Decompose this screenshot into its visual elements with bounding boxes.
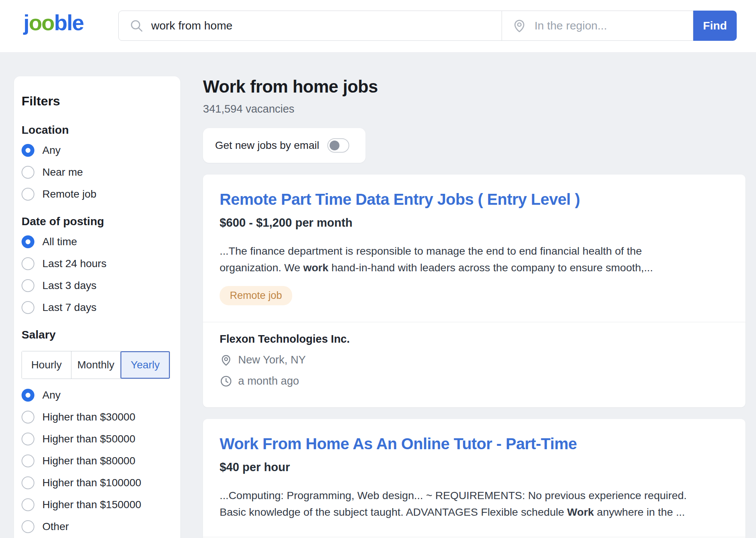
job-title-link[interactable]: Remote Part Time Data Entry Jobs ( Entry…: [220, 190, 729, 209]
radio-circle[interactable]: [22, 455, 34, 467]
radio-label: Last 3 days: [42, 280, 96, 292]
radio-circle[interactable]: [22, 257, 34, 270]
job-list: Remote Part Time Data Entry Jobs ( Entry…: [203, 175, 745, 538]
radio-option-date-last-3-days[interactable]: Last 3 days: [22, 279, 171, 292]
radio-label: Higher than $100000: [42, 477, 141, 489]
filters-title: Filters: [22, 94, 171, 108]
radio-circle[interactable]: [22, 188, 34, 201]
description-text: Basic knowledge of the subject taught. A…: [220, 506, 567, 518]
jooble-logo[interactable]: jooble: [23, 10, 84, 35]
search-icon: [129, 19, 144, 33]
radio-circle[interactable]: [22, 144, 34, 157]
top-header: jooble Find: [0, 0, 756, 52]
keyword-input[interactable]: [151, 19, 493, 32]
description-highlight: Work: [567, 506, 594, 518]
page-title: Work from home jobs: [203, 76, 745, 97]
radio-label: Last 7 days: [42, 301, 96, 314]
salary-period-tabs: HourlyMonthlyYearly: [22, 351, 170, 379]
radio-label: Any: [42, 144, 60, 156]
radio-circle[interactable]: [22, 166, 34, 179]
radio-circle[interactable]: [22, 279, 34, 292]
radio-circle[interactable]: [22, 389, 34, 402]
radio-label: Higher than $50000: [42, 433, 135, 445]
radio-circle[interactable]: [22, 235, 34, 248]
radio-option-salary-other[interactable]: Other: [22, 520, 171, 533]
job-description: ...The finance department is responsible…: [220, 243, 729, 276]
company-name: Flexon Technologies Inc.: [220, 333, 729, 345]
radio-circle[interactable]: [22, 520, 34, 533]
job-location-row: New York, NY: [220, 354, 729, 366]
vacancies-count: 341,594 vacancies: [203, 103, 745, 115]
job-salary: $600 - $1,200 per month: [220, 216, 729, 230]
salary-tab-yearly[interactable]: Yearly: [121, 351, 170, 379]
job-location-text: New York, NY: [238, 354, 306, 366]
email-subscribe-label: Get new jobs by email: [215, 139, 319, 152]
radio-option-location-any[interactable]: Any: [22, 144, 171, 157]
radio-option-salary-higher-than-50000[interactable]: Higher than $50000: [22, 433, 171, 445]
radio-circle[interactable]: [22, 498, 34, 511]
location-pin-icon: [512, 18, 527, 33]
radio-circle[interactable]: [22, 411, 34, 424]
job-company-block: Flexon Technologies Inc.New York, NYa mo…: [220, 322, 729, 407]
salary-tab-hourly[interactable]: Hourly: [22, 351, 71, 379]
job-description-line: Basic knowledge of the subject taught. A…: [220, 504, 729, 520]
description-text: hand-in-hand with leaders across the com…: [328, 261, 653, 274]
radio-option-salary-any[interactable]: Any: [22, 389, 171, 402]
job-card[interactable]: Work From Home As An Online Tutor - Part…: [203, 419, 745, 538]
radio-option-salary-higher-than-80000[interactable]: Higher than $80000: [22, 455, 171, 467]
date-radio-group: All timeLast 24 hoursLast 3 daysLast 7 d…: [22, 235, 171, 314]
radio-option-date-last-7-days[interactable]: Last 7 days: [22, 301, 171, 314]
radio-label: Any: [42, 389, 60, 401]
email-subscribe-card: Get new jobs by email: [203, 128, 366, 163]
map-pin-icon: [220, 354, 232, 366]
job-salary: $40 per hour: [220, 461, 729, 474]
description-text: ...The finance department is responsible…: [220, 245, 642, 257]
radio-circle[interactable]: [22, 433, 34, 445]
date-of-posting-heading: Date of posting: [22, 215, 171, 228]
description-highlight: work: [303, 261, 328, 274]
job-posted-text: a month ago: [238, 375, 299, 387]
email-subscribe-toggle[interactable]: [327, 138, 349, 153]
logo-part-oo: oo: [29, 10, 54, 35]
salary-tab-monthly[interactable]: Monthly: [71, 351, 121, 379]
radio-option-date-last-24-hours[interactable]: Last 24 hours: [22, 257, 171, 270]
radio-option-salary-higher-than-100000[interactable]: Higher than $100000: [22, 476, 171, 489]
clock-icon: [220, 375, 232, 388]
salary-radio-group: AnyHigher than $30000Higher than $50000H…: [22, 389, 171, 533]
radio-option-location-remote-job[interactable]: Remote job: [22, 188, 171, 201]
region-input-box: [502, 11, 693, 41]
job-description-line: organization. We work hand-in-hand with …: [220, 259, 729, 276]
radio-label: Near me: [42, 166, 83, 178]
region-input[interactable]: [534, 19, 685, 32]
location-heading: Location: [22, 124, 171, 136]
results-column: Work from home jobs 341,594 vacancies Ge…: [203, 76, 745, 538]
radio-label: All time: [42, 236, 77, 248]
search-bar: Find: [118, 11, 737, 41]
tag-remote-job: Remote job: [220, 286, 292, 305]
radio-label: Remote job: [42, 188, 96, 200]
radio-circle[interactable]: [22, 301, 34, 314]
location-radio-group: AnyNear meRemote job: [22, 144, 171, 201]
find-button[interactable]: Find: [693, 11, 737, 41]
job-tags: Remote job: [220, 286, 729, 305]
radio-circle[interactable]: [22, 476, 34, 489]
toggle-knob: [330, 141, 339, 150]
description-text: organization. We: [220, 261, 303, 274]
job-title-link[interactable]: Work From Home As An Online Tutor - Part…: [220, 435, 729, 453]
logo-part-ble: ble: [54, 10, 84, 35]
job-card[interactable]: Remote Part Time Data Entry Jobs ( Entry…: [203, 175, 745, 407]
radio-label: Higher than $150000: [42, 499, 141, 511]
keyword-input-box: [118, 11, 502, 41]
job-description-line: ...Computing: Programming, Web design...…: [220, 487, 729, 504]
job-description-line: ...The finance department is responsible…: [220, 243, 729, 259]
radio-option-salary-higher-than-30000[interactable]: Higher than $30000: [22, 411, 171, 424]
job-posted-row: a month ago: [220, 375, 729, 388]
radio-label: Higher than $80000: [42, 455, 135, 467]
radio-option-date-all-time[interactable]: All time: [22, 235, 171, 248]
radio-label: Other: [42, 521, 69, 533]
radio-option-location-near-me[interactable]: Near me: [22, 166, 171, 179]
radio-option-salary-higher-than-150000[interactable]: Higher than $150000: [22, 498, 171, 511]
job-description: ...Computing: Programming, Web design...…: [220, 487, 729, 520]
radio-label: Last 24 hours: [42, 258, 107, 270]
radio-label: Higher than $30000: [42, 411, 135, 423]
